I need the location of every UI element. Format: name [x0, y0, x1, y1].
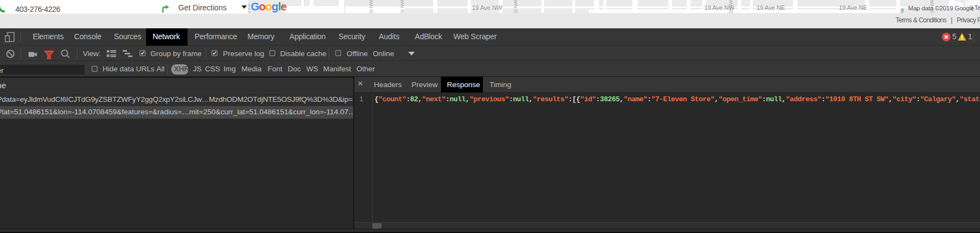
svg-text:| Te: | Te [971, 4, 980, 11]
svg-text:19 Ave NW: 19 Ave NW [472, 4, 503, 11]
svg-text:19 Ave NE: 19 Ave NE [757, 4, 785, 11]
svg-text:St NW: St NW [513, 0, 518, 13]
svg-text:St NW: St NW [368, 0, 374, 13]
svg-text:St NW: St NW [400, 0, 405, 13]
svg-text:ve: ve [899, 8, 905, 13]
svg-text:19 Ave NE: 19 Ave NE [839, 4, 868, 11]
svg-text:Map data ©2019 Google: Map data ©2019 Google [908, 5, 974, 11]
svg-text:19 Ave NW: 19 Ave NW [704, 4, 735, 11]
